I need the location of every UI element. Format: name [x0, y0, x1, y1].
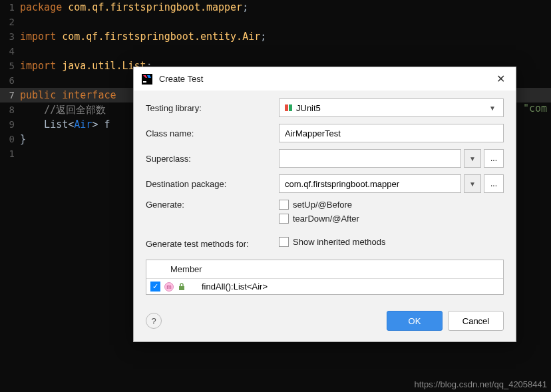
svg-rect-0 — [142, 74, 152, 85]
class-name-label: Class name: — [146, 128, 279, 138]
class-name-input[interactable]: AirMapperTest — [279, 124, 504, 142]
code-fragment: "com — [523, 102, 547, 114]
generate-label: Generate: — [146, 200, 279, 210]
junit-icon — [285, 104, 292, 111]
testing-library-select[interactable]: JUnit5 ▼ — [279, 98, 504, 117]
lock-icon — [178, 283, 186, 291]
destination-package-label: Destination package: — [146, 179, 279, 189]
superclass-label: Superclass: — [146, 154, 279, 164]
destination-package-input[interactable]: com.qf.firstspringboot.mapper — [279, 174, 461, 193]
members-table: Member m findAll():List<Air> — [146, 260, 504, 295]
teardown-checkbox[interactable] — [279, 214, 289, 224]
testing-library-label: Testing library: — [146, 103, 279, 113]
cancel-button[interactable]: Cancel — [448, 311, 504, 331]
close-button[interactable]: ✕ — [494, 73, 508, 85]
superclass-input[interactable] — [279, 149, 461, 168]
dialog-title: Create Test — [159, 74, 494, 84]
svg-rect-2 — [179, 286, 184, 290]
ok-button[interactable]: OK — [387, 311, 443, 331]
chevron-down-icon: ▼ — [487, 104, 498, 112]
member-row[interactable]: m findAll():List<Air> — [146, 279, 503, 294]
intellij-icon — [142, 73, 154, 85]
superclass-browse-button[interactable]: ... — [484, 149, 504, 168]
destination-package-dropdown[interactable]: ▼ — [464, 174, 481, 193]
generate-test-methods-label: Generate test methods for: — [146, 239, 279, 249]
member-signature: findAll():List<Air> — [202, 282, 268, 292]
help-button[interactable]: ? — [146, 313, 162, 329]
superclass-dropdown[interactable]: ▼ — [464, 149, 481, 168]
member-column-header: Member — [165, 263, 208, 276]
member-checkbox[interactable] — [150, 282, 160, 292]
create-test-dialog: Create Test ✕ Testing library: JUnit5 ▼ … — [133, 67, 516, 342]
svg-rect-1 — [143, 81, 146, 83]
show-inherited-checkbox[interactable] — [279, 237, 289, 247]
method-icon: m — [164, 282, 174, 292]
dialog-titlebar: Create Test ✕ — [134, 67, 516, 91]
setup-checkbox[interactable] — [279, 200, 289, 210]
destination-package-browse-button[interactable]: ... — [484, 174, 504, 193]
watermark-text: https://blog.csdn.net/qq_42058441 — [415, 379, 548, 389]
